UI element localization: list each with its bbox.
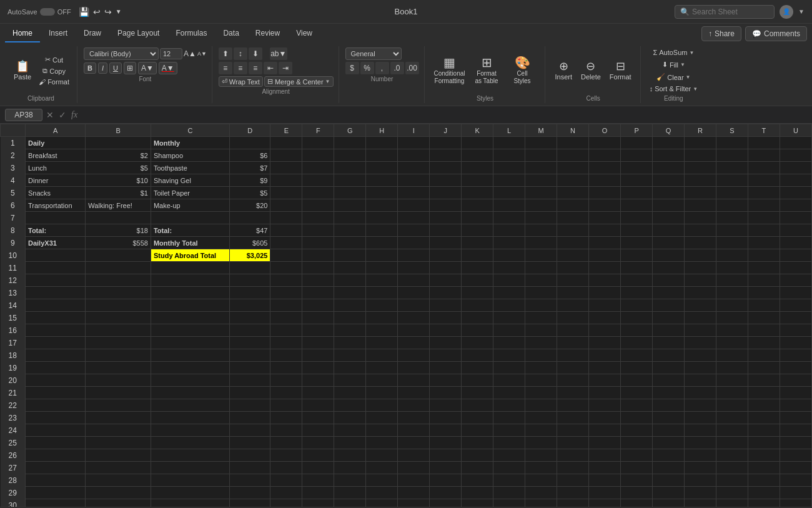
table-cell[interactable] bbox=[462, 312, 493, 324]
table-cell[interactable] bbox=[621, 412, 653, 424]
table-cell[interactable] bbox=[589, 312, 621, 324]
table-cell[interactable] bbox=[653, 224, 685, 237]
table-cell[interactable] bbox=[270, 399, 302, 412]
table-cell[interactable] bbox=[748, 449, 780, 462]
table-cell[interactable] bbox=[557, 437, 589, 449]
table-cell[interactable] bbox=[653, 237, 685, 249]
table-cell[interactable] bbox=[557, 224, 589, 237]
table-cell[interactable] bbox=[302, 387, 334, 399]
align-center-button[interactable]: ≡ bbox=[234, 62, 247, 74]
font-name-select[interactable]: Calibri (Body) bbox=[84, 47, 159, 60]
table-cell[interactable] bbox=[86, 262, 151, 274]
table-cell[interactable] bbox=[366, 474, 398, 487]
table-cell[interactable] bbox=[86, 349, 151, 362]
table-cell[interactable] bbox=[270, 449, 302, 462]
table-cell[interactable] bbox=[86, 249, 151, 262]
table-cell[interactable] bbox=[653, 324, 685, 337]
table-cell[interactable] bbox=[780, 337, 811, 349]
table-cell[interactable] bbox=[462, 249, 493, 262]
align-bottom-button[interactable]: ⬇ bbox=[249, 47, 262, 60]
table-cell[interactable] bbox=[398, 149, 430, 162]
table-cell[interactable] bbox=[589, 287, 621, 299]
table-cell[interactable] bbox=[270, 299, 302, 312]
table-cell[interactable] bbox=[270, 362, 302, 374]
table-cell[interactable] bbox=[780, 312, 811, 324]
table-cell[interactable] bbox=[334, 462, 366, 474]
table-cell[interactable] bbox=[462, 374, 493, 387]
table-cell[interactable] bbox=[334, 249, 366, 262]
table-cell[interactable] bbox=[430, 262, 462, 274]
table-cell[interactable]: $18 bbox=[86, 224, 151, 237]
table-cell[interactable] bbox=[398, 162, 430, 174]
table-cell[interactable] bbox=[589, 449, 621, 462]
table-cell[interactable] bbox=[151, 474, 229, 487]
table-cell[interactable] bbox=[780, 462, 811, 474]
table-cell[interactable] bbox=[653, 149, 685, 162]
table-cell[interactable] bbox=[398, 387, 430, 399]
table-cell[interactable] bbox=[462, 149, 493, 162]
table-cell[interactable] bbox=[525, 249, 557, 262]
table-cell[interactable] bbox=[493, 462, 525, 474]
table-cell[interactable] bbox=[589, 399, 621, 412]
table-cell[interactable] bbox=[653, 199, 685, 212]
table-cell[interactable] bbox=[334, 274, 366, 287]
tab-page-layout[interactable]: Page Layout bbox=[110, 25, 167, 42]
table-cell[interactable] bbox=[86, 474, 151, 487]
table-cell[interactable] bbox=[230, 337, 270, 349]
table-cell[interactable] bbox=[685, 224, 716, 237]
table-cell[interactable] bbox=[302, 412, 334, 424]
user-avatar[interactable]: 👤 bbox=[780, 5, 793, 19]
table-cell[interactable] bbox=[230, 424, 270, 437]
table-cell[interactable] bbox=[716, 349, 748, 362]
table-cell[interactable] bbox=[589, 437, 621, 449]
table-cell[interactable] bbox=[748, 287, 780, 299]
table-cell[interactable] bbox=[525, 462, 557, 474]
table-cell[interactable]: $558 bbox=[86, 237, 151, 249]
tab-formulas[interactable]: Formulas bbox=[168, 25, 214, 42]
table-cell[interactable] bbox=[621, 149, 653, 162]
table-cell[interactable] bbox=[716, 174, 748, 187]
table-cell[interactable] bbox=[302, 424, 334, 437]
table-cell[interactable]: $6 bbox=[230, 149, 270, 162]
table-cell[interactable] bbox=[589, 199, 621, 212]
table-cell[interactable] bbox=[525, 262, 557, 274]
table-cell[interactable] bbox=[589, 137, 621, 149]
col-header-S[interactable]: S bbox=[716, 124, 748, 137]
table-cell[interactable] bbox=[525, 399, 557, 412]
autosum-button[interactable]: Σ AutoSum ▼ bbox=[650, 47, 696, 57]
table-cell[interactable] bbox=[366, 324, 398, 337]
table-cell[interactable] bbox=[525, 137, 557, 149]
table-cell[interactable] bbox=[653, 137, 685, 149]
table-cell[interactable] bbox=[398, 299, 430, 312]
table-cell[interactable] bbox=[780, 387, 811, 399]
table-cell[interactable] bbox=[780, 174, 811, 187]
table-cell[interactable] bbox=[748, 199, 780, 212]
table-cell[interactable] bbox=[493, 387, 525, 399]
table-cell[interactable] bbox=[493, 337, 525, 349]
table-cell[interactable] bbox=[493, 149, 525, 162]
table-cell[interactable] bbox=[366, 149, 398, 162]
table-cell[interactable] bbox=[493, 437, 525, 449]
table-cell[interactable] bbox=[398, 212, 430, 224]
table-cell[interactable] bbox=[685, 162, 716, 174]
table-cell[interactable] bbox=[462, 499, 493, 507]
table-cell[interactable] bbox=[430, 137, 462, 149]
table-cell[interactable] bbox=[334, 199, 366, 212]
redo-icon[interactable]: ↪ bbox=[104, 7, 112, 17]
table-cell[interactable]: Shampoo bbox=[151, 149, 229, 162]
table-cell[interactable] bbox=[780, 149, 811, 162]
table-cell[interactable] bbox=[398, 399, 430, 412]
table-cell[interactable] bbox=[86, 499, 151, 507]
table-cell[interactable] bbox=[430, 374, 462, 387]
table-cell[interactable] bbox=[748, 237, 780, 249]
align-left-button[interactable]: ≡ bbox=[219, 62, 232, 74]
table-cell[interactable] bbox=[557, 337, 589, 349]
table-cell[interactable] bbox=[302, 249, 334, 262]
table-cell[interactable] bbox=[398, 224, 430, 237]
table-cell[interactable] bbox=[557, 287, 589, 299]
table-cell[interactable] bbox=[366, 437, 398, 449]
table-cell[interactable] bbox=[748, 187, 780, 199]
table-cell[interactable] bbox=[398, 174, 430, 187]
table-cell[interactable] bbox=[748, 349, 780, 362]
table-cell[interactable] bbox=[462, 187, 493, 199]
